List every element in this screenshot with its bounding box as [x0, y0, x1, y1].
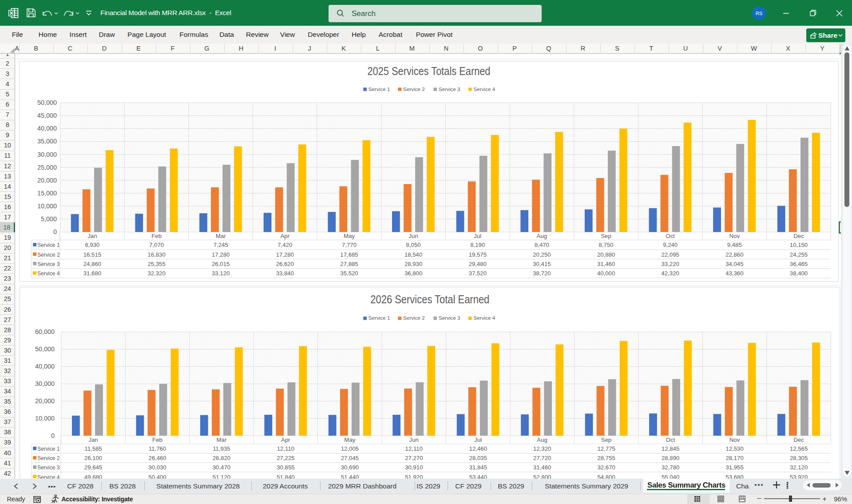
- svg-text:32,320: 32,320: [147, 270, 165, 277]
- svg-text:43,360: 43,360: [725, 270, 743, 277]
- svg-text:35,000: 35,000: [37, 138, 57, 145]
- svg-text:30,470: 30,470: [213, 464, 230, 471]
- svg-text:Jan: Jan: [87, 233, 97, 239]
- svg-text:7,420: 7,420: [277, 242, 292, 248]
- svg-text:Service 3: Service 3: [37, 464, 60, 471]
- svg-text:8,470: 8,470: [535, 242, 549, 248]
- svg-text:Jun: Jun: [408, 233, 418, 239]
- svg-text:12,565: 12,565: [790, 445, 808, 452]
- svg-text:12,320: 12,320: [533, 445, 551, 452]
- svg-text:18,540: 18,540: [404, 251, 422, 258]
- svg-text:Apr: Apr: [281, 437, 290, 443]
- svg-text:22,095: 22,095: [662, 251, 679, 258]
- svg-text:30,855: 30,855: [277, 464, 294, 471]
- svg-text:8,050: 8,050: [406, 242, 421, 248]
- svg-text:10,150: 10,150: [790, 242, 808, 248]
- svg-text:10,000: 10,000: [35, 415, 55, 422]
- svg-text:Sep: Sep: [601, 233, 611, 239]
- svg-text:Mar: Mar: [216, 233, 226, 239]
- svg-text:Oct: Oct: [666, 437, 675, 443]
- svg-text:30,000: 30,000: [37, 151, 57, 158]
- svg-text:5,000: 5,000: [41, 215, 57, 222]
- svg-text:25,000: 25,000: [37, 164, 57, 171]
- svg-text:26,620: 26,620: [276, 261, 294, 267]
- svg-text:Jun: Jun: [409, 437, 419, 443]
- svg-text:30,030: 30,030: [148, 464, 166, 471]
- svg-text:Sep: Sep: [601, 437, 612, 443]
- svg-text:May: May: [344, 233, 355, 239]
- svg-text:9,240: 9,240: [663, 242, 678, 248]
- svg-text:12,775: 12,775: [598, 445, 615, 452]
- svg-text:Service 4: Service 4: [474, 315, 495, 321]
- svg-text:22,860: 22,860: [725, 251, 743, 258]
- svg-text:28,305: 28,305: [790, 455, 808, 461]
- svg-text:16,515: 16,515: [83, 251, 101, 258]
- svg-text:37,520: 37,520: [469, 270, 487, 277]
- svg-text:25,355: 25,355: [147, 261, 165, 267]
- svg-text:7,070: 7,070: [149, 242, 164, 248]
- svg-text:Feb: Feb: [151, 233, 162, 239]
- svg-text:24,860: 24,860: [83, 261, 101, 267]
- svg-text:Apr: Apr: [280, 233, 289, 239]
- svg-text:42,320: 42,320: [662, 270, 679, 277]
- svg-text:26,820: 26,820: [213, 455, 230, 461]
- svg-text:30,415: 30,415: [533, 261, 551, 267]
- svg-text:Service 2: Service 2: [37, 252, 60, 258]
- svg-text:Jul: Jul: [474, 437, 482, 443]
- svg-text:Service 1: Service 1: [369, 315, 390, 321]
- svg-text:28,035: 28,035: [469, 455, 487, 461]
- svg-text:40,000: 40,000: [37, 125, 57, 132]
- svg-text:12,110: 12,110: [277, 445, 294, 452]
- svg-text:Service 3: Service 3: [439, 86, 460, 92]
- svg-text:7,245: 7,245: [214, 242, 228, 248]
- svg-text:34,045: 34,045: [725, 261, 743, 267]
- svg-text:9,485: 9,485: [727, 242, 742, 248]
- svg-text:32,120: 32,120: [790, 464, 808, 471]
- svg-text:10,000: 10,000: [37, 202, 57, 210]
- svg-text:12,005: 12,005: [341, 445, 359, 452]
- svg-text:Service 2: Service 2: [37, 455, 60, 461]
- svg-text:27,270: 27,270: [405, 455, 423, 461]
- svg-text:28,755: 28,755: [598, 455, 615, 461]
- svg-text:60,000: 60,000: [35, 328, 55, 335]
- svg-text:30,690: 30,690: [341, 464, 359, 471]
- svg-text:20,000: 20,000: [37, 177, 57, 184]
- svg-text:38,720: 38,720: [533, 270, 551, 277]
- svg-text:12,845: 12,845: [662, 445, 679, 452]
- svg-text:Service 3: Service 3: [37, 261, 60, 267]
- svg-text:2026 Services Total Earned: 2026 Services Total Earned: [370, 293, 489, 306]
- svg-text:0: 0: [53, 228, 57, 235]
- svg-text:17,685: 17,685: [340, 251, 358, 258]
- svg-text:6,930: 6,930: [85, 242, 99, 248]
- svg-text:May: May: [344, 437, 355, 443]
- svg-text:30,910: 30,910: [405, 464, 423, 471]
- svg-text:Dec: Dec: [793, 437, 804, 443]
- svg-text:50,000: 50,000: [35, 345, 55, 353]
- svg-text:Nov: Nov: [729, 437, 740, 443]
- svg-text:Service 1: Service 1: [37, 446, 60, 452]
- svg-text:17,280: 17,280: [212, 251, 230, 258]
- svg-text:36,465: 36,465: [790, 261, 808, 267]
- svg-text:27,225: 27,225: [277, 455, 294, 461]
- svg-text:Jul: Jul: [474, 233, 481, 239]
- svg-text:Nov: Nov: [729, 233, 740, 239]
- svg-text:29,645: 29,645: [84, 464, 102, 471]
- svg-text:26,460: 26,460: [148, 455, 166, 461]
- svg-text:29,480: 29,480: [469, 261, 487, 267]
- svg-text:31,460: 31,460: [597, 261, 615, 267]
- svg-text:Oct: Oct: [666, 233, 675, 239]
- svg-text:Feb: Feb: [152, 437, 162, 443]
- svg-text:20,880: 20,880: [597, 251, 615, 258]
- svg-text:Dec: Dec: [793, 233, 804, 239]
- svg-text:28,890: 28,890: [662, 455, 679, 461]
- svg-text:17,280: 17,280: [276, 251, 294, 258]
- svg-text:38,400: 38,400: [790, 270, 808, 277]
- svg-text:40,000: 40,000: [35, 363, 55, 370]
- svg-text:26,100: 26,100: [84, 455, 102, 461]
- svg-text:Mar: Mar: [216, 437, 226, 443]
- svg-text:12,530: 12,530: [725, 445, 743, 452]
- svg-text:31,845: 31,845: [469, 464, 487, 471]
- svg-text:50,000: 50,000: [37, 99, 57, 106]
- svg-text:40,000: 40,000: [597, 270, 615, 277]
- svg-text:Service 2: Service 2: [403, 86, 425, 92]
